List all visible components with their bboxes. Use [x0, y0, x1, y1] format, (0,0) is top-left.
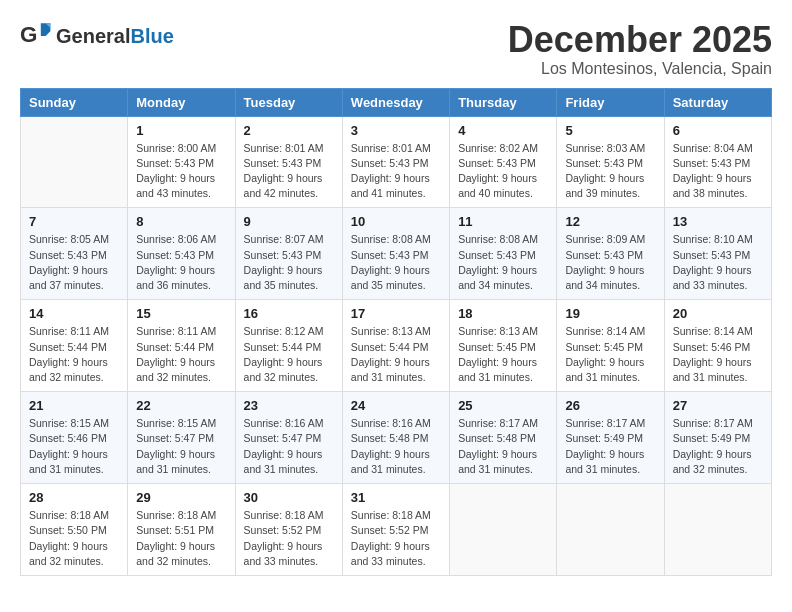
day-number: 30 [244, 490, 334, 505]
calendar-cell [21, 116, 128, 208]
day-info: Sunrise: 8:15 AM Sunset: 5:47 PM Dayligh… [136, 416, 226, 477]
sunset-text: Sunset: 5:46 PM [673, 340, 763, 355]
day-info: Sunrise: 8:01 AM Sunset: 5:43 PM Dayligh… [244, 141, 334, 202]
day-number: 19 [565, 306, 655, 321]
calendar-cell: 8 Sunrise: 8:06 AM Sunset: 5:43 PM Dayli… [128, 208, 235, 300]
day-info: Sunrise: 8:02 AM Sunset: 5:43 PM Dayligh… [458, 141, 548, 202]
daylight-text: Daylight: 9 hours and 34 minutes. [565, 263, 655, 293]
day-number: 14 [29, 306, 119, 321]
calendar-cell: 12 Sunrise: 8:09 AM Sunset: 5:43 PM Dayl… [557, 208, 664, 300]
daylight-text: Daylight: 9 hours and 33 minutes. [351, 539, 441, 569]
sunrise-text: Sunrise: 8:18 AM [29, 508, 119, 523]
weekday-header: Friday [557, 88, 664, 116]
weekday-header: Sunday [21, 88, 128, 116]
daylight-text: Daylight: 9 hours and 32 minutes. [29, 539, 119, 569]
calendar-week-row: 1 Sunrise: 8:00 AM Sunset: 5:43 PM Dayli… [21, 116, 772, 208]
weekday-header: Monday [128, 88, 235, 116]
day-info: Sunrise: 8:10 AM Sunset: 5:43 PM Dayligh… [673, 232, 763, 293]
daylight-text: Daylight: 9 hours and 32 minutes. [673, 447, 763, 477]
day-info: Sunrise: 8:16 AM Sunset: 5:48 PM Dayligh… [351, 416, 441, 477]
calendar-cell: 5 Sunrise: 8:03 AM Sunset: 5:43 PM Dayli… [557, 116, 664, 208]
daylight-text: Daylight: 9 hours and 37 minutes. [29, 263, 119, 293]
weekday-header: Wednesday [342, 88, 449, 116]
sunset-text: Sunset: 5:43 PM [244, 156, 334, 171]
day-info: Sunrise: 8:14 AM Sunset: 5:46 PM Dayligh… [673, 324, 763, 385]
daylight-text: Daylight: 9 hours and 31 minutes. [351, 355, 441, 385]
calendar-cell: 20 Sunrise: 8:14 AM Sunset: 5:46 PM Dayl… [664, 300, 771, 392]
sunrise-text: Sunrise: 8:08 AM [458, 232, 548, 247]
calendar-week-row: 7 Sunrise: 8:05 AM Sunset: 5:43 PM Dayli… [21, 208, 772, 300]
location-subtitle: Los Montesinos, Valencia, Spain [508, 60, 772, 78]
sunrise-text: Sunrise: 8:18 AM [351, 508, 441, 523]
calendar-cell [557, 484, 664, 576]
sunrise-text: Sunrise: 8:00 AM [136, 141, 226, 156]
calendar-cell: 28 Sunrise: 8:18 AM Sunset: 5:50 PM Dayl… [21, 484, 128, 576]
daylight-text: Daylight: 9 hours and 32 minutes. [29, 355, 119, 385]
daylight-text: Daylight: 9 hours and 31 minutes. [565, 447, 655, 477]
daylight-text: Daylight: 9 hours and 31 minutes. [29, 447, 119, 477]
sunrise-text: Sunrise: 8:17 AM [673, 416, 763, 431]
page-header: G GeneralBlue December 2025 Los Montesin… [20, 20, 772, 78]
calendar-cell: 26 Sunrise: 8:17 AM Sunset: 5:49 PM Dayl… [557, 392, 664, 484]
calendar-cell: 9 Sunrise: 8:07 AM Sunset: 5:43 PM Dayli… [235, 208, 342, 300]
day-number: 2 [244, 123, 334, 138]
day-info: Sunrise: 8:14 AM Sunset: 5:45 PM Dayligh… [565, 324, 655, 385]
sunrise-text: Sunrise: 8:01 AM [351, 141, 441, 156]
day-number: 7 [29, 214, 119, 229]
day-number: 5 [565, 123, 655, 138]
daylight-text: Daylight: 9 hours and 34 minutes. [458, 263, 548, 293]
day-number: 9 [244, 214, 334, 229]
calendar-cell: 1 Sunrise: 8:00 AM Sunset: 5:43 PM Dayli… [128, 116, 235, 208]
daylight-text: Daylight: 9 hours and 35 minutes. [351, 263, 441, 293]
sunrise-text: Sunrise: 8:03 AM [565, 141, 655, 156]
day-number: 29 [136, 490, 226, 505]
sunrise-text: Sunrise: 8:16 AM [244, 416, 334, 431]
daylight-text: Daylight: 9 hours and 31 minutes. [351, 447, 441, 477]
day-info: Sunrise: 8:16 AM Sunset: 5:47 PM Dayligh… [244, 416, 334, 477]
sunset-text: Sunset: 5:44 PM [29, 340, 119, 355]
sunrise-text: Sunrise: 8:13 AM [458, 324, 548, 339]
daylight-text: Daylight: 9 hours and 43 minutes. [136, 171, 226, 201]
day-number: 1 [136, 123, 226, 138]
day-number: 11 [458, 214, 548, 229]
day-info: Sunrise: 8:08 AM Sunset: 5:43 PM Dayligh… [458, 232, 548, 293]
sunrise-text: Sunrise: 8:09 AM [565, 232, 655, 247]
day-info: Sunrise: 8:04 AM Sunset: 5:43 PM Dayligh… [673, 141, 763, 202]
calendar-cell: 10 Sunrise: 8:08 AM Sunset: 5:43 PM Dayl… [342, 208, 449, 300]
sunset-text: Sunset: 5:43 PM [673, 248, 763, 263]
sunrise-text: Sunrise: 8:05 AM [29, 232, 119, 247]
sunset-text: Sunset: 5:44 PM [351, 340, 441, 355]
sunrise-text: Sunrise: 8:11 AM [136, 324, 226, 339]
sunset-text: Sunset: 5:46 PM [29, 431, 119, 446]
sunrise-text: Sunrise: 8:15 AM [29, 416, 119, 431]
day-info: Sunrise: 8:08 AM Sunset: 5:43 PM Dayligh… [351, 232, 441, 293]
day-number: 8 [136, 214, 226, 229]
calendar-cell: 15 Sunrise: 8:11 AM Sunset: 5:44 PM Dayl… [128, 300, 235, 392]
day-info: Sunrise: 8:13 AM Sunset: 5:44 PM Dayligh… [351, 324, 441, 385]
day-info: Sunrise: 8:07 AM Sunset: 5:43 PM Dayligh… [244, 232, 334, 293]
calendar-cell [450, 484, 557, 576]
sunrise-text: Sunrise: 8:16 AM [351, 416, 441, 431]
calendar-week-row: 28 Sunrise: 8:18 AM Sunset: 5:50 PM Dayl… [21, 484, 772, 576]
sunrise-text: Sunrise: 8:01 AM [244, 141, 334, 156]
daylight-text: Daylight: 9 hours and 32 minutes. [136, 539, 226, 569]
daylight-text: Daylight: 9 hours and 38 minutes. [673, 171, 763, 201]
sunrise-text: Sunrise: 8:17 AM [458, 416, 548, 431]
calendar-cell: 13 Sunrise: 8:10 AM Sunset: 5:43 PM Dayl… [664, 208, 771, 300]
day-number: 24 [351, 398, 441, 413]
sunrise-text: Sunrise: 8:14 AM [673, 324, 763, 339]
daylight-text: Daylight: 9 hours and 40 minutes. [458, 171, 548, 201]
weekday-header: Tuesday [235, 88, 342, 116]
sunset-text: Sunset: 5:43 PM [458, 156, 548, 171]
day-info: Sunrise: 8:18 AM Sunset: 5:52 PM Dayligh… [244, 508, 334, 569]
daylight-text: Daylight: 9 hours and 31 minutes. [458, 447, 548, 477]
day-info: Sunrise: 8:05 AM Sunset: 5:43 PM Dayligh… [29, 232, 119, 293]
sunset-text: Sunset: 5:43 PM [673, 156, 763, 171]
calendar-cell: 3 Sunrise: 8:01 AM Sunset: 5:43 PM Dayli… [342, 116, 449, 208]
calendar-cell: 29 Sunrise: 8:18 AM Sunset: 5:51 PM Dayl… [128, 484, 235, 576]
day-number: 13 [673, 214, 763, 229]
logo: G GeneralBlue [20, 20, 174, 52]
day-info: Sunrise: 8:13 AM Sunset: 5:45 PM Dayligh… [458, 324, 548, 385]
sunrise-text: Sunrise: 8:18 AM [136, 508, 226, 523]
logo-blue: Blue [130, 25, 173, 47]
